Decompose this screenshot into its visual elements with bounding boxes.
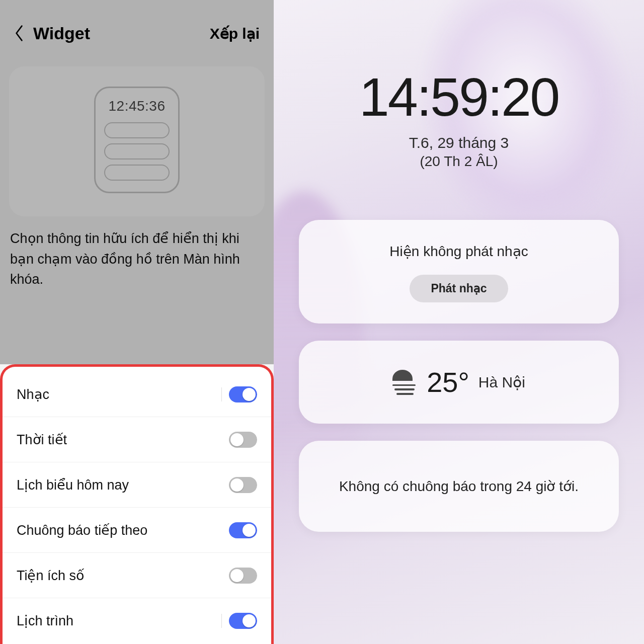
music-status: Hiện không phát nhạc (314, 243, 604, 260)
alarm-status: Không có chuông báo trong 24 giờ tới. (314, 478, 604, 495)
preview-widget-row (104, 143, 170, 159)
preview-widget-row (104, 165, 170, 181)
toggle-row-digital-utility[interactable]: Tiện ích số (3, 553, 271, 598)
widget-toggle-list: Nhạc Thời tiết Lịch biểu hôm nay Chuông … (0, 364, 274, 644)
clock-time[interactable]: 14:59:20 (299, 65, 619, 128)
dimmed-background: Widget Xếp lại 12:45:36 Chọn thông tin h… (0, 0, 274, 364)
toggle-row-today-schedule[interactable]: Lịch biểu hôm nay (3, 462, 271, 508)
music-widget[interactable]: Hiện không phát nhạc Phát nhạc (299, 220, 619, 324)
switch-wrap (229, 568, 257, 584)
separator (221, 387, 222, 401)
toggle-label: Thời tiết (17, 432, 67, 448)
toggle-switch-digital-utility[interactable] (229, 568, 257, 584)
settings-panel: Widget Xếp lại 12:45:36 Chọn thông tin h… (0, 0, 274, 644)
switch-wrap (221, 613, 258, 629)
toggle-label: Nhạc (17, 386, 49, 403)
toggle-switch-next-alarm[interactable] (229, 522, 257, 538)
back-button[interactable] (9, 23, 29, 43)
lock-screen-preview: 14:59:20 T.6, 29 tháng 3 (20 Th 2 ÂL) Hi… (274, 0, 644, 644)
toggle-switch-weather[interactable] (229, 432, 257, 448)
weather-temp: 25° (427, 366, 469, 398)
toggle-label: Tiện ích số (17, 568, 85, 584)
weather-city: Hà Nội (478, 373, 525, 391)
toggle-label: Lịch trình (17, 613, 73, 629)
alarm-widget[interactable]: Không có chuông báo trong 24 giờ tới. (299, 441, 619, 532)
description-text: Chọn thông tin hữu ích để hiển thị khi b… (0, 228, 274, 290)
preview-widget-row (104, 122, 170, 138)
preview-time: 12:45:36 (109, 98, 166, 114)
switch-wrap (221, 386, 258, 403)
toggle-row-music[interactable]: Nhạc (3, 372, 271, 417)
clock-date: T.6, 29 tháng 3 (299, 134, 619, 151)
toggle-label: Chuông báo tiếp theo (17, 522, 147, 538)
toggle-row-next-alarm[interactable]: Chuông báo tiếp theo (3, 508, 271, 553)
switch-wrap (229, 477, 257, 493)
switch-wrap (229, 432, 257, 448)
switch-wrap (229, 522, 257, 538)
header-left: Widget (9, 23, 90, 43)
toggle-row-weather[interactable]: Thời tiết (3, 417, 271, 462)
toggle-switch-music[interactable] (229, 386, 257, 403)
toggle-label: Lịch biểu hôm nay (17, 477, 129, 493)
toggle-row-itinerary[interactable]: Lịch trình (3, 598, 271, 643)
page-title: Widget (33, 24, 90, 43)
clock-lunar-date: (20 Th 2 ÂL) (299, 153, 619, 170)
header: Widget Xếp lại (0, 0, 274, 43)
toggle-switch-today-schedule[interactable] (229, 477, 257, 493)
lock-content: 14:59:20 T.6, 29 tháng 3 (20 Th 2 ÂL) Hi… (274, 65, 644, 532)
toggle-switch-itinerary[interactable] (229, 613, 257, 629)
reorder-button[interactable]: Xếp lại (210, 25, 260, 42)
preview-card: 12:45:36 (9, 66, 265, 216)
weather-widget[interactable]: 25° Hà Nội (299, 341, 619, 424)
chevron-left-icon (14, 24, 25, 42)
preview-phone-icon: 12:45:36 (94, 87, 180, 193)
separator (221, 614, 222, 628)
fog-icon (392, 370, 418, 395)
play-music-button[interactable]: Phát nhạc (410, 275, 508, 302)
